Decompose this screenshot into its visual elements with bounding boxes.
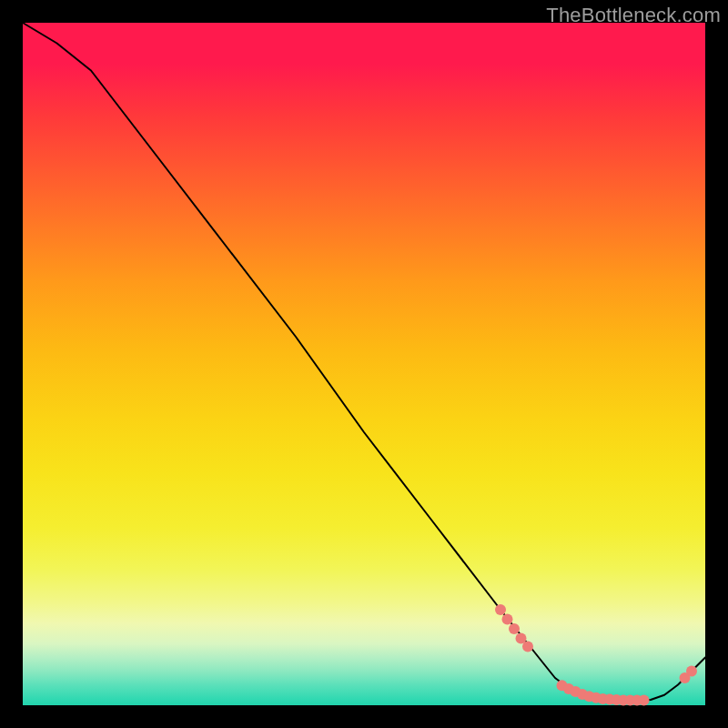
chart-overlay (23, 23, 705, 705)
chart-marker (502, 614, 513, 625)
chart-marker (522, 642, 533, 652)
chart-markers (495, 604, 697, 706)
chart-stage: TheBottleneck.com (0, 0, 728, 728)
chart-marker (686, 666, 697, 677)
chart-marker (509, 623, 520, 634)
chart-marker (639, 695, 650, 706)
bottleneck-curve (23, 23, 705, 701)
watermark-text: TheBottleneck.com (546, 4, 721, 27)
chart-marker (495, 604, 506, 615)
